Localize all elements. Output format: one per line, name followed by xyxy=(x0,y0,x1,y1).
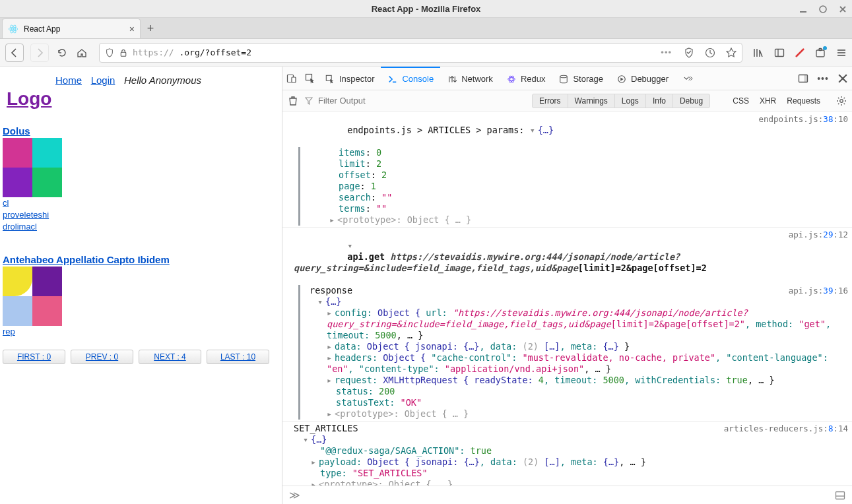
nav-home-link[interactable]: Home xyxy=(55,75,82,86)
nav-forward-button xyxy=(30,44,49,62)
svg-rect-10 xyxy=(775,49,784,56)
nav-back-button[interactable] xyxy=(5,44,24,62)
source-link[interactable]: api.js:29:12 xyxy=(789,230,848,239)
console-filter-input[interactable] xyxy=(317,95,449,106)
devtools-tab-console[interactable]: Console xyxy=(381,67,440,90)
article-tag-link[interactable]: drolimacl xyxy=(3,221,282,233)
svg-point-24 xyxy=(560,75,568,78)
console-level-errors[interactable]: Errors xyxy=(532,94,568,108)
devtools-tab-label: Debugger xyxy=(631,74,669,84)
window-maximize-icon[interactable] xyxy=(818,4,828,15)
console-level-info[interactable]: Info xyxy=(645,94,673,108)
console-cat-xhr[interactable]: XHR xyxy=(754,94,781,108)
devtools-tab-inspector[interactable]: Inspector xyxy=(318,67,381,90)
pager-next-button[interactable]: NEXT : 4 xyxy=(139,350,201,364)
devtools: InspectorConsoleNetworkReduxStorageDebug… xyxy=(282,67,852,504)
url-actions-icon[interactable]: ••• xyxy=(661,47,672,57)
console-prompt-row: ≫ xyxy=(282,486,852,504)
split-console-icon[interactable] xyxy=(835,490,845,501)
brand-logo[interactable]: Logo xyxy=(7,88,51,110)
bookmark-icon[interactable] xyxy=(726,47,737,58)
pager-first-button[interactable]: FIRST : 0 xyxy=(3,350,65,364)
pager: FIRST : 0 PREV : 0 NEXT : 4 LAST : 10 xyxy=(3,350,282,364)
window-minimize-icon[interactable] xyxy=(798,4,808,15)
save-pocket-icon[interactable] xyxy=(705,47,715,58)
devtools-overflow-icon[interactable] xyxy=(683,73,694,84)
inspector-pick-icon[interactable] xyxy=(305,73,315,84)
article-tag-link[interactable]: rep xyxy=(3,326,282,338)
devtools-menu-icon[interactable]: ••• xyxy=(818,73,828,84)
article-title-link[interactable]: Dolus xyxy=(3,125,30,137)
console-cat-requests[interactable]: Requests xyxy=(781,94,826,108)
shield-icon[interactable] xyxy=(105,48,114,57)
svg-rect-12 xyxy=(816,50,824,57)
svg-rect-31 xyxy=(836,491,845,499)
devtools-close-icon[interactable] xyxy=(837,73,848,84)
article-tags: clproveleteshidrolimacl xyxy=(3,197,282,233)
greeting-text: Hello Anonymous xyxy=(124,75,201,86)
console-settings-icon[interactable] xyxy=(836,96,847,106)
debugger-tab-icon xyxy=(616,74,627,84)
nav-home-button[interactable] xyxy=(75,46,88,59)
nav-reload-button[interactable] xyxy=(55,46,69,59)
responsive-design-icon[interactable] xyxy=(286,73,297,84)
article-card: Dolusclproveleteshidrolimacl xyxy=(3,125,282,233)
console-level-debug[interactable]: Debug xyxy=(672,94,710,108)
ext-redux-icon[interactable] xyxy=(795,48,804,57)
devtools-tab-label: Storage xyxy=(573,74,603,84)
console-line: ▾ api.get https://stevaidis.mywire.org:4… xyxy=(294,229,783,285)
source-link[interactable]: endpoints.js:38:10 xyxy=(759,114,848,124)
tab-label: React App xyxy=(24,24,60,34)
devtools-dock-icon[interactable] xyxy=(798,73,808,84)
article-title-link[interactable]: Antehabeo Appellatio Capto Ibidem xyxy=(3,254,170,265)
devtools-tab-redux[interactable]: Redux xyxy=(500,67,552,90)
devtools-tab-network[interactable]: Network xyxy=(440,67,500,90)
window-close-icon[interactable] xyxy=(837,4,848,15)
svg-rect-13 xyxy=(819,48,822,50)
url-text: https:// .org/?offset=2 xyxy=(133,47,251,57)
article-tag-link[interactable]: proveleteshi xyxy=(3,209,282,221)
svg-point-30 xyxy=(840,99,843,102)
new-tab-button[interactable]: + xyxy=(141,18,160,38)
funnel-icon xyxy=(305,97,313,105)
extensions-icon[interactable] xyxy=(815,47,826,58)
lock-icon[interactable] xyxy=(119,48,127,57)
console-clear-icon[interactable] xyxy=(288,96,298,106)
devtools-tabbar: InspectorConsoleNetworkReduxStorageDebug… xyxy=(282,67,852,90)
devtools-tab-label: Inspector xyxy=(339,74,374,84)
console-level-warnings[interactable]: Warnings xyxy=(568,94,615,108)
app-content: Home Login Hello Anonymous Logo Dolusclp… xyxy=(0,67,282,504)
devtools-tab-label: Network xyxy=(461,74,493,84)
devtools-tab-debugger[interactable]: Debugger xyxy=(610,67,675,90)
svg-rect-8 xyxy=(121,52,126,56)
article-image xyxy=(3,138,62,197)
source-link[interactable]: api.js:39:16 xyxy=(789,286,848,296)
library-icon[interactable] xyxy=(753,47,764,58)
console-prompt-icon[interactable]: ≫ xyxy=(289,489,300,501)
console-cat-css[interactable]: CSS xyxy=(727,94,754,108)
svg-point-4 xyxy=(13,28,15,30)
sidebar-icon[interactable] xyxy=(774,47,785,58)
pager-last-button[interactable]: LAST : 10 xyxy=(207,350,269,364)
react-favicon-icon xyxy=(8,24,18,34)
tab-close-icon[interactable]: × xyxy=(129,24,135,34)
source-link[interactable]: articles-reducers.js:8:14 xyxy=(724,424,848,433)
article-tag-link[interactable]: cl xyxy=(3,197,282,209)
article-tags: rep xyxy=(3,326,282,338)
redux-tab-icon xyxy=(506,74,517,84)
devtools-tab-storage[interactable]: Storage xyxy=(552,67,610,90)
os-titlebar: React App - Mozilla Firefox xyxy=(0,0,852,18)
svg-rect-27 xyxy=(804,75,808,82)
url-bar[interactable]: https:// .org/?offset=2 ••• xyxy=(99,43,742,63)
article-image xyxy=(3,267,62,326)
browser-toolbar: https:// .org/?offset=2 ••• xyxy=(0,39,852,67)
app-menu-icon[interactable] xyxy=(836,47,847,58)
devtools-tab-label: Console xyxy=(402,74,434,84)
console-level-logs[interactable]: Logs xyxy=(614,94,646,108)
browser-tab[interactable]: React App × xyxy=(2,18,141,38)
reader-mode-icon[interactable] xyxy=(684,47,694,58)
svg-rect-0 xyxy=(800,11,806,13)
nav-login-link[interactable]: Login xyxy=(91,75,115,86)
pager-prev-button[interactable]: PREV : 0 xyxy=(71,350,133,364)
console-line: endpoints.js > ARTICLES > params: ▾{…} xyxy=(294,113,754,147)
